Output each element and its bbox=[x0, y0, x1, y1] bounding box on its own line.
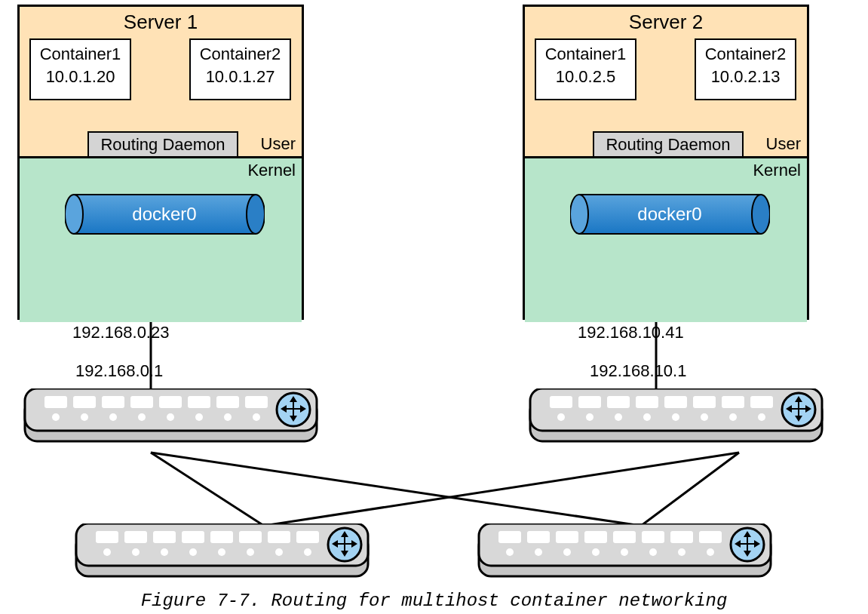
svg-line-9 bbox=[641, 453, 739, 526]
server-2-user-area: Server 2 Container1 10.0.2.5 Container2 … bbox=[525, 7, 807, 158]
server-1-container-2: Container2 10.0.1.27 bbox=[189, 38, 291, 100]
switch-top-left bbox=[22, 388, 320, 447]
switch-bottom-right bbox=[476, 523, 774, 582]
svg-point-11 bbox=[65, 195, 83, 234]
server-1-host-ip: 192.168.0.23 bbox=[72, 323, 169, 342]
svg-point-15 bbox=[752, 195, 770, 234]
server-1-user-label: User bbox=[261, 134, 296, 154]
svg-point-12 bbox=[247, 195, 265, 234]
server-1-docker0: docker0 bbox=[65, 193, 265, 235]
server-1-user-area: Server 1 Container1 10.0.1.20 Container2… bbox=[20, 7, 302, 158]
server-1-kernel-label: Kernel bbox=[247, 161, 296, 180]
figure-caption: Figure 7-7. Routing for multihost contai… bbox=[0, 591, 868, 611]
switch-top-right bbox=[527, 388, 825, 447]
server-1-title: Server 1 bbox=[20, 11, 302, 34]
server-1-box: Server 1 Container1 10.0.1.20 Container2… bbox=[17, 5, 304, 320]
server-2-gateway-ip: 192.168.10.1 bbox=[590, 361, 686, 381]
server-1-container-1-ip: 10.0.1.20 bbox=[31, 67, 130, 87]
server-2-kernel-label: Kernel bbox=[753, 161, 801, 180]
svg-line-8 bbox=[264, 453, 739, 526]
server-1-routing-daemon: Routing Daemon bbox=[87, 131, 238, 158]
server-2-kernel-area: Kernel docker0 bbox=[525, 158, 807, 322]
server-1-gateway-ip: 192.168.0.1 bbox=[75, 361, 163, 381]
server-2-container-1-name: Container1 bbox=[536, 45, 635, 64]
server-2-container-2-ip: 10.0.2.13 bbox=[696, 67, 795, 87]
server-2-docker0: docker0 bbox=[570, 193, 770, 235]
svg-line-7 bbox=[151, 453, 641, 526]
svg-line-6 bbox=[151, 453, 264, 526]
server-2-container-2: Container2 10.0.2.13 bbox=[695, 38, 796, 100]
server-2-container-1: Container1 10.0.2.5 bbox=[535, 38, 636, 100]
server-1-container-1: Container1 10.0.1.20 bbox=[29, 38, 131, 100]
server-1-kernel-area: Kernel docker0 bbox=[20, 158, 302, 322]
server-2-container-2-name: Container2 bbox=[696, 45, 795, 64]
server-2-title: Server 2 bbox=[525, 11, 807, 34]
server-2-docker0-label: docker0 bbox=[637, 204, 701, 224]
server-1-docker0-label: docker0 bbox=[132, 204, 196, 224]
server-2-container-1-ip: 10.0.2.5 bbox=[536, 67, 635, 87]
server-2-host-ip: 192.168.10.41 bbox=[578, 323, 684, 342]
svg-point-14 bbox=[570, 195, 588, 234]
server-2-box: Server 2 Container1 10.0.2.5 Container2 … bbox=[523, 5, 809, 320]
switch-bottom-left bbox=[73, 523, 371, 582]
server-1-container-2-name: Container2 bbox=[191, 45, 290, 64]
server-2-routing-daemon: Routing Daemon bbox=[593, 131, 744, 158]
server-2-user-label: User bbox=[766, 134, 801, 154]
server-1-container-2-ip: 10.0.1.27 bbox=[191, 67, 290, 87]
server-1-container-1-name: Container1 bbox=[31, 45, 130, 64]
